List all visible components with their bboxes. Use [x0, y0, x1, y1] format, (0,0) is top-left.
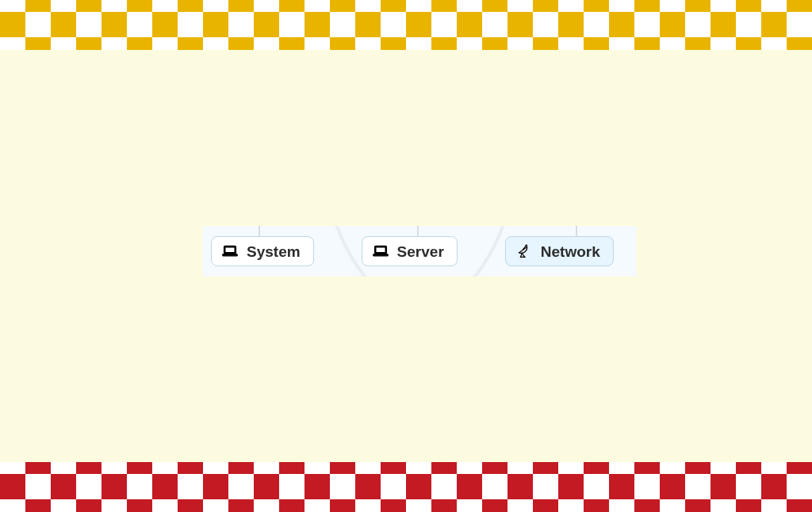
server-button-label: Server: [397, 244, 444, 259]
toolbar-panel: System Server Network: [203, 226, 637, 277]
svg-rect-5: [373, 254, 387, 256]
network-button[interactable]: Network: [505, 236, 614, 266]
satellite-dish-icon: [515, 243, 533, 260]
laptop-icon: [221, 243, 239, 260]
network-button-label: Network: [541, 244, 600, 259]
decorative-checker-bottom: [0, 462, 812, 512]
svg-point-7: [525, 244, 527, 246]
svg-rect-4: [375, 247, 385, 253]
svg-rect-2: [223, 254, 237, 256]
decorative-checker-top: [0, 0, 812, 50]
system-button[interactable]: System: [211, 236, 314, 266]
server-button[interactable]: Server: [362, 236, 458, 266]
laptop-icon: [372, 243, 389, 260]
svg-rect-1: [225, 247, 235, 253]
system-button-label: System: [247, 244, 301, 259]
